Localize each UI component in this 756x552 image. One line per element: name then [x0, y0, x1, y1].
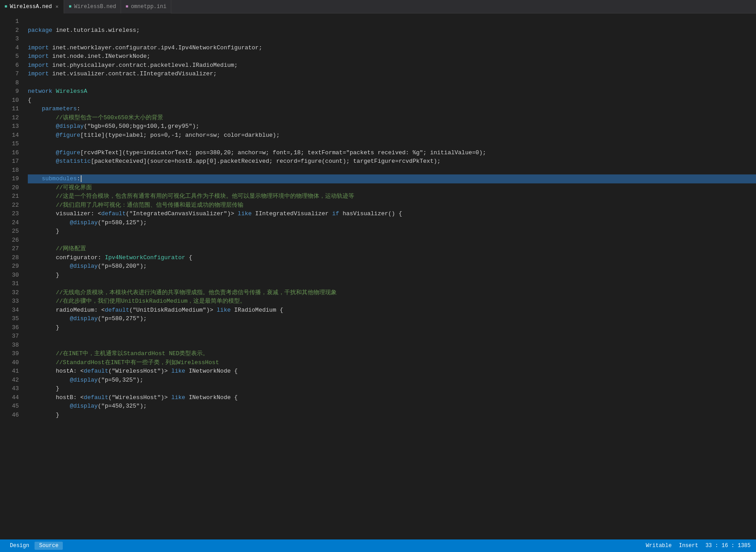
tab-label-wirelessA: WirelessA.ned: [10, 4, 52, 10]
code-line-24: @display("p=580,125");: [28, 218, 756, 227]
code-line-45: @display("p=450,325");: [28, 402, 756, 411]
code-line-46: }: [28, 411, 756, 420]
code-line-28: configurator: Ipv4NetworkConfigurator {: [28, 253, 756, 262]
code-line-8: [28, 78, 756, 87]
code-line-15: [28, 139, 756, 148]
code-line-22: //我们启用了几种可视化：通信范围、信号传播和最近成功的物理层传输: [28, 201, 756, 210]
code-line-11: parameters:: [28, 104, 756, 113]
code-line-9: network WirelessA: [28, 87, 756, 96]
code-line-2: package inet.tutorials.wireless;: [28, 26, 756, 35]
code-content[interactable]: package inet.tutorials.wireless;import i…: [22, 13, 756, 539]
tab-icon-ini: ■: [126, 4, 128, 9]
tab-omnetpp[interactable]: ■ omnetpp.ini: [121, 0, 171, 13]
line-numbers: 1234567891011121314151617181920212223242…: [0, 13, 22, 539]
code-line-36: }: [28, 323, 756, 332]
bottom-tab-source[interactable]: Source: [35, 542, 63, 550]
code-line-14: @figure[title](type=label; pos=0,-1; anc…: [28, 131, 756, 140]
code-line-10: {: [28, 96, 756, 105]
code-line-33: //在此步骤中，我们使用UnitDiskRadioMedium，这是最简单的模型…: [28, 297, 756, 306]
code-line-5: import inet.node.inet.INetworkNode;: [28, 52, 756, 61]
code-line-26: [28, 236, 756, 245]
code-line-21: //这是一个符合模块，包含所有通常有用的可视化工具作为子模块。他可以显示物理环境…: [28, 192, 756, 201]
code-line-6: import inet.physicallayer.contract.packe…: [28, 61, 756, 70]
code-line-19: submodules:​: [28, 174, 756, 183]
status-bar: Design Source Writable Insert 33 : 16 : …: [0, 539, 756, 552]
code-line-3: [28, 35, 756, 43]
code-line-40: //StandardHost在INET中有一些子类，列如WirelessHost: [28, 358, 756, 367]
status-mode: Insert: [679, 543, 698, 549]
code-line-43: }: [28, 384, 756, 393]
code-line-29: @display("p=580,200");: [28, 262, 756, 271]
code-line-44: hostB: <default("WirelessHost")> like IN…: [28, 393, 756, 402]
status-left: Design Source: [5, 542, 63, 550]
code-line-4: import inet.networklayer.configurator.ip…: [28, 43, 756, 52]
tab-close-wirelessA[interactable]: ✕: [55, 3, 60, 10]
bottom-tab-design[interactable]: Design: [5, 542, 34, 550]
code-line-7: import inet.visualizer.contract.IIntegra…: [28, 70, 756, 78]
status-position: 33 : 16 : 1385: [705, 543, 751, 549]
editor-area: 1234567891011121314151617181920212223242…: [0, 13, 756, 539]
code-line-38: [28, 341, 756, 350]
code-container: 1234567891011121314151617181920212223242…: [0, 13, 756, 539]
tab-wirelessA[interactable]: ■ WirelessA.ned ✕: [0, 0, 64, 13]
status-writable: Writable: [646, 543, 672, 549]
code-line-1: [28, 17, 756, 26]
tab-label-omnetpp: omnetpp.ini: [131, 4, 166, 10]
bottom-tabs: Design Source: [5, 542, 63, 550]
code-line-23: visualizer: <default("IntegratedCanvasVi…: [28, 209, 756, 218]
code-line-17: @statistic[packetReceived](source=hostB.…: [28, 157, 756, 166]
code-line-39: //在INET中，主机通常以StandardHost NED类型表示。: [28, 349, 756, 358]
code-line-13: @display("bgb=650,500;bgg=100,1,grey95")…: [28, 122, 756, 131]
code-line-35: @display("p=580,275");: [28, 314, 756, 323]
code-line-41: hostA: <default("WirelessHost")> like IN…: [28, 367, 756, 376]
code-line-16: @figure[rcvdPkText](type=indicatorText; …: [28, 148, 756, 157]
code-line-27: //网络配置: [28, 244, 756, 253]
code-line-12: //该模型包含一个500x650米大小的背景: [28, 113, 756, 122]
code-line-32: //无线电介质模块，本模块代表进行沟通的共享物理成指。他负责考虑信号传播，衰减，…: [28, 288, 756, 297]
code-line-20: //可视化界面: [28, 183, 756, 192]
tab-icon-ned: ■: [4, 4, 7, 9]
tab-bar: ■ WirelessA.ned ✕ ■ WirelessB.ned ■ omne…: [0, 0, 756, 13]
tab-label-wirelessB: WirelessB.ned: [74, 4, 116, 10]
code-line-25: }: [28, 227, 756, 236]
tab-wirelessB[interactable]: ■ WirelessB.ned: [64, 0, 121, 13]
code-line-30: }: [28, 271, 756, 280]
status-right: Writable Insert 33 : 16 : 1385: [646, 543, 751, 549]
tab-icon-ned2: ■: [69, 4, 71, 9]
code-line-18: [28, 166, 756, 175]
code-line-37: [28, 332, 756, 341]
code-line-31: [28, 279, 756, 288]
code-line-34: radioMedium: <default("UnitDiskRadioMedi…: [28, 306, 756, 315]
code-line-42: @display("p=50,325");: [28, 376, 756, 385]
